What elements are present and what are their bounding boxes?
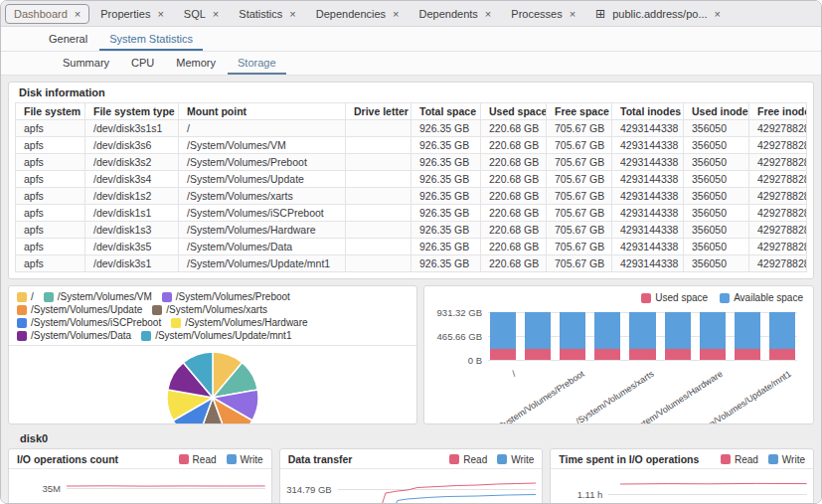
document-tab[interactable]: Statistics × bbox=[230, 4, 304, 24]
cell-free-space: 705.67 GB bbox=[547, 120, 612, 137]
legend-item[interactable]: /System/Volumes/Update bbox=[17, 304, 142, 315]
stacked-bar[interactable] bbox=[735, 312, 760, 360]
legend-item[interactable]: Read bbox=[179, 454, 217, 465]
document-tab[interactable]: Dependencies × bbox=[307, 4, 409, 24]
legend-swatch bbox=[162, 292, 172, 302]
cell-file-system-type: /dev/disk3s5 bbox=[85, 239, 179, 255]
legend-label: Read bbox=[735, 454, 758, 465]
close-icon[interactable]: × bbox=[157, 8, 163, 20]
bar-available-segment bbox=[769, 312, 795, 348]
stacked-bar[interactable] bbox=[665, 312, 691, 360]
legend-item[interactable]: /System/Volumes/iSCPreboot bbox=[17, 317, 161, 328]
legend-item[interactable]: Available space bbox=[720, 292, 803, 303]
cell-total-inodes: 4293144338 bbox=[612, 137, 684, 154]
stacked-bar[interactable] bbox=[700, 312, 726, 360]
legend-item[interactable]: Used space bbox=[641, 292, 708, 303]
cell-total-space: 926.35 GB bbox=[411, 188, 481, 205]
column-header[interactable]: Used inodes bbox=[684, 103, 749, 120]
cell-free-space: 705.67 GB bbox=[547, 171, 612, 188]
stacked-bar[interactable] bbox=[629, 312, 655, 360]
legend-item[interactable]: Write bbox=[497, 454, 534, 465]
tab-storage[interactable]: Storage bbox=[228, 52, 286, 75]
table-row[interactable]: apfs /dev/disk3s1s1 / 926.35 GB 220.68 G… bbox=[16, 120, 807, 137]
document-tab[interactable]: Properties × bbox=[91, 4, 173, 24]
column-header[interactable]: Drive letter bbox=[346, 103, 411, 120]
table-row[interactable]: apfs /dev/disk3s2 /System/Volumes/Preboo… bbox=[16, 154, 807, 171]
table-row[interactable]: apfs /dev/disk1s3 /System/Volumes/Hardwa… bbox=[16, 222, 807, 239]
column-header[interactable]: Mount point bbox=[179, 103, 346, 120]
bar-available-segment bbox=[735, 312, 760, 348]
cell-free-space: 705.67 GB bbox=[547, 137, 612, 154]
bar-used-segment bbox=[700, 349, 726, 360]
tab-general[interactable]: General bbox=[39, 28, 97, 51]
column-header[interactable]: Total space bbox=[411, 103, 481, 120]
document-tab[interactable]: ⊞ public.address/po... × bbox=[586, 4, 730, 24]
table-row[interactable]: apfs /dev/disk1s1 /System/Volumes/iSCPre… bbox=[16, 205, 807, 222]
disk-information-table: File systemFile system typeMount pointDr… bbox=[15, 102, 807, 272]
line-chart-svg bbox=[608, 469, 807, 504]
cell-file-system-type: /dev/disk3s1s1 bbox=[85, 120, 179, 137]
legend-label: /System/Volumes/Update bbox=[31, 304, 142, 315]
document-tab[interactable]: Dependents × bbox=[411, 4, 501, 24]
column-header[interactable]: Free space bbox=[547, 103, 612, 120]
cell-file-system-type: /dev/disk1s3 bbox=[85, 222, 179, 239]
column-header[interactable]: Used space bbox=[481, 103, 547, 120]
tab-memory[interactable]: Memory bbox=[166, 52, 226, 75]
cell-file-system-type: /dev/disk3s2 bbox=[85, 154, 179, 171]
legend-item[interactable]: / bbox=[17, 291, 34, 302]
table-row[interactable]: apfs /dev/disk3s5 /System/Volumes/Data 9… bbox=[16, 239, 807, 255]
close-icon[interactable]: × bbox=[213, 8, 219, 20]
stacked-bar[interactable] bbox=[560, 312, 585, 360]
column-header[interactable]: File system bbox=[16, 103, 85, 120]
table-row[interactable]: apfs /dev/disk1s2 /System/Volumes/xarts … bbox=[16, 188, 807, 205]
tab-system-statistics[interactable]: System Statistics bbox=[99, 28, 203, 51]
tab-dashboard[interactable]: Dashboard × bbox=[5, 4, 89, 24]
table-row[interactable]: apfs /dev/disk3s4 /System/Volumes/Update… bbox=[16, 171, 807, 188]
legend-item[interactable]: /System/Volumes/Data bbox=[17, 330, 131, 341]
stacked-bar[interactable] bbox=[525, 312, 551, 360]
line-chart-svg bbox=[338, 469, 537, 504]
legend-label: /System/Volumes/xarts bbox=[166, 304, 267, 315]
close-icon[interactable]: × bbox=[485, 8, 491, 20]
document-tab[interactable]: SQL × bbox=[175, 4, 228, 24]
cell-used-inodes: 356050 bbox=[684, 154, 749, 171]
column-header[interactable]: Total inodes bbox=[612, 103, 684, 120]
column-header[interactable]: File system type bbox=[85, 103, 179, 120]
close-icon[interactable]: × bbox=[570, 8, 575, 20]
chart-legend: Read Write bbox=[721, 454, 805, 465]
disk0-charts-row: I/O operations count Read Write bbox=[8, 448, 814, 504]
cell-total-inodes: 4293144338 bbox=[612, 255, 684, 272]
cell-free-inodes: 4292788288 bbox=[749, 222, 807, 239]
close-icon[interactable]: × bbox=[75, 8, 81, 20]
cell-total-space: 926.35 GB bbox=[411, 154, 481, 171]
cell-free-inodes: 4292788288 bbox=[749, 137, 807, 154]
legend-item[interactable]: /System/Volumes/xarts bbox=[152, 304, 267, 315]
cell-mount-point: /System/Volumes/Preboot bbox=[179, 154, 346, 171]
stacked-bar[interactable] bbox=[594, 312, 620, 360]
stacked-bar[interactable] bbox=[490, 312, 516, 360]
legend-item[interactable]: Write bbox=[227, 454, 263, 465]
stacked-bar[interactable] bbox=[769, 312, 795, 360]
legend-item[interactable]: Read bbox=[449, 454, 487, 465]
pgadmin-dashboard-window: Dashboard × Properties × SQL × bbox=[0, 0, 822, 504]
legend-swatch bbox=[152, 305, 162, 315]
close-icon[interactable]: × bbox=[715, 8, 721, 20]
legend-item[interactable]: /System/Volumes/VM bbox=[44, 291, 152, 302]
series-line-write bbox=[392, 495, 537, 504]
legend-item[interactable]: Write bbox=[768, 454, 805, 465]
table-row[interactable]: apfs /dev/disk3s6 /System/Volumes/VM 926… bbox=[16, 137, 807, 154]
close-icon[interactable]: × bbox=[393, 8, 399, 20]
cell-file-system: apfs bbox=[16, 239, 85, 255]
legend-item[interactable]: Read bbox=[721, 454, 758, 465]
bar-available-segment bbox=[560, 312, 585, 348]
close-icon[interactable]: × bbox=[289, 8, 295, 20]
column-header[interactable]: Free inodes bbox=[749, 103, 807, 120]
tab-summary[interactable]: Summary bbox=[53, 52, 119, 75]
legend-item[interactable]: /System/Volumes/Update/mnt1 bbox=[141, 330, 291, 341]
table-row[interactable]: apfs /dev/disk3s1 /System/Volumes/Update… bbox=[16, 255, 807, 272]
document-tab[interactable]: Processes × bbox=[502, 4, 584, 24]
tab-cpu[interactable]: CPU bbox=[121, 52, 164, 75]
legend-item[interactable]: /System/Volumes/Preboot bbox=[162, 291, 290, 302]
bar-used-segment bbox=[665, 349, 691, 360]
legend-item[interactable]: /System/Volumes/Hardware bbox=[171, 317, 307, 328]
